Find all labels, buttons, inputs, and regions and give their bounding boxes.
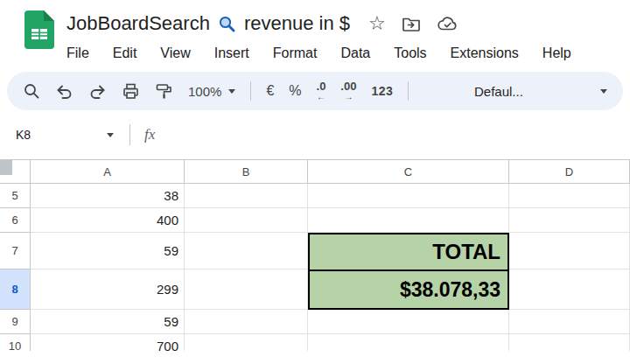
fx-icon: fx: [144, 126, 155, 144]
cell-c10[interactable]: [308, 334, 509, 351]
top-bar: JobBoardSearch revenue in $ ☆: [0, 0, 630, 65]
menu-edit[interactable]: Edit: [113, 46, 137, 61]
cell-d6[interactable]: [509, 208, 630, 233]
title-row: JobBoardSearch revenue in $ ☆: [66, 10, 571, 37]
cell-c6[interactable]: [308, 208, 509, 233]
increase-decimal-label: .00: [340, 80, 356, 92]
corner-marker: [0, 160, 12, 175]
sheets-logo-icon[interactable]: [24, 10, 54, 65]
formula-bar-divider: [130, 124, 130, 145]
decrease-decimal-arrow-icon: ←: [317, 93, 326, 102]
menu-extensions[interactable]: Extensions: [451, 46, 519, 61]
cell-b5[interactable]: [185, 184, 308, 208]
decrease-decimal-label: .0: [317, 80, 326, 92]
cell-b9[interactable]: [185, 310, 308, 334]
column-header-c[interactable]: C: [308, 160, 509, 184]
more-formats-button[interactable]: 123: [371, 84, 393, 98]
row-header-9[interactable]: 9: [0, 310, 31, 334]
toolbar-divider: [250, 81, 251, 101]
zoom-value: 100%: [188, 84, 221, 99]
menu-file[interactable]: File: [66, 46, 89, 61]
google-sheets-app: JobBoardSearch revenue in $ ☆: [0, 0, 630, 364]
cell-a7[interactable]: 59: [31, 233, 185, 270]
document-title-part2[interactable]: revenue in $: [244, 12, 350, 35]
format-currency-button[interactable]: €: [266, 83, 274, 99]
menu-help[interactable]: Help: [542, 46, 571, 61]
cloud-saved-icon[interactable]: [437, 16, 458, 32]
menu-tools[interactable]: Tools: [394, 46, 426, 61]
column-header-b[interactable]: B: [185, 160, 308, 184]
select-all-corner[interactable]: [0, 160, 31, 184]
row-header-7[interactable]: 7: [0, 233, 31, 270]
formula-bar: K8 fx: [0, 110, 630, 160]
row-header-8-selected[interactable]: 8: [0, 270, 31, 310]
font-selector[interactable]: Defaul...: [474, 84, 607, 99]
decrease-decimal-button[interactable]: .0 ←: [317, 80, 326, 102]
magnifier-emoji-icon: [218, 15, 236, 33]
font-selector-value: Defaul...: [474, 84, 523, 99]
cell-d8[interactable]: [509, 270, 630, 310]
cell-b7[interactable]: [185, 233, 308, 270]
cell-d10[interactable]: [509, 334, 630, 351]
toolbar: 100% € % .0 ← .00 → 123 Defaul...: [7, 72, 623, 110]
increase-decimal-arrow-icon: →: [344, 93, 353, 102]
cell-c5[interactable]: [308, 184, 509, 208]
menu-view[interactable]: View: [160, 46, 190, 61]
menu-insert[interactable]: Insert: [214, 46, 249, 61]
column-header-d[interactable]: D: [509, 160, 630, 184]
print-icon[interactable]: [122, 82, 140, 101]
increase-decimal-button[interactable]: .00 →: [340, 80, 356, 102]
cell-d5[interactable]: [509, 184, 630, 208]
format-percent-button[interactable]: %: [289, 83, 301, 99]
title-action-icons: ☆: [368, 14, 458, 33]
cell-d9[interactable]: [509, 310, 630, 334]
menu-format[interactable]: Format: [273, 46, 318, 61]
paint-format-icon[interactable]: [155, 82, 173, 101]
cell-a8[interactable]: 299: [31, 270, 185, 310]
redo-icon[interactable]: [88, 82, 107, 101]
cell-a5[interactable]: 38: [31, 184, 185, 208]
cell-b6[interactable]: [185, 208, 308, 233]
header-right: JobBoardSearch revenue in $ ☆: [66, 10, 571, 65]
chevron-down-icon: [600, 89, 607, 94]
spreadsheet-grid: A B C D 5 38 6 400 7 59 TOTAL 8 299 $38.…: [0, 160, 630, 351]
cell-d7[interactable]: [509, 233, 630, 270]
column-header-a[interactable]: A: [31, 160, 185, 184]
row-header-5[interactable]: 5: [0, 184, 31, 208]
cell-b8[interactable]: [185, 270, 308, 310]
chevron-down-icon: [228, 89, 235, 94]
cell-reference: K8: [16, 128, 31, 142]
cell-a10[interactable]: 700: [31, 334, 185, 351]
name-box[interactable]: K8: [16, 128, 114, 142]
undo-icon[interactable]: [55, 82, 74, 101]
menu-bar: File Edit View Insert Format Data Tools …: [66, 42, 571, 65]
cell-b10[interactable]: [185, 334, 308, 351]
search-icon[interactable]: [23, 82, 40, 100]
document-title-part1[interactable]: JobBoardSearch: [66, 12, 210, 35]
star-icon[interactable]: ☆: [368, 14, 386, 33]
cell-a6[interactable]: 400: [31, 208, 185, 233]
move-folder-icon[interactable]: [402, 16, 421, 32]
zoom-control[interactable]: 100%: [188, 84, 235, 99]
chevron-down-icon: [107, 133, 114, 137]
cell-c8-total-amount[interactable]: $38.078,33: [308, 270, 509, 310]
cell-c9[interactable]: [308, 310, 509, 334]
cell-c7-total-label[interactable]: TOTAL: [308, 233, 509, 270]
row-header-6[interactable]: 6: [0, 208, 31, 233]
toolbar-divider: [408, 81, 409, 101]
menu-data[interactable]: Data: [340, 46, 370, 61]
row-header-10[interactable]: 10: [0, 334, 31, 351]
cell-a9[interactable]: 59: [31, 310, 185, 334]
